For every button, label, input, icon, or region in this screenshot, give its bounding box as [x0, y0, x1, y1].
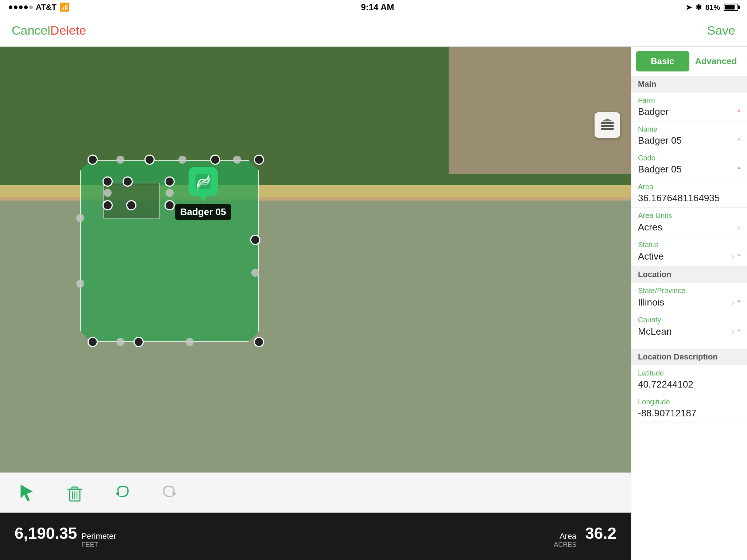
area-units-label: Area Units — [638, 211, 740, 220]
status-value: Active — [638, 251, 664, 262]
edit-handle-mid[interactable] — [178, 156, 186, 164]
field-name-label: Badger 05 — [175, 204, 231, 220]
trash-icon — [65, 483, 84, 502]
name-required: * — [738, 136, 740, 145]
undo-tool[interactable] — [109, 480, 135, 506]
delete-button[interactable]: Delete — [50, 23, 86, 38]
farm-required: * — [738, 108, 740, 116]
layers-button[interactable] — [595, 112, 620, 138]
state-value: Illinois — [638, 297, 664, 308]
redo-icon — [160, 483, 179, 502]
status-label: Status — [638, 241, 740, 249]
field-pin: Badger 05 — [175, 167, 231, 220]
area-units-chevron: › — [737, 221, 740, 233]
section-main: Main — [631, 76, 747, 93]
svg-marker-12 — [116, 491, 119, 497]
code-field-row[interactable]: Code Badger 05 * — [631, 150, 747, 179]
cursor-tool[interactable] — [15, 480, 40, 506]
svg-marker-4 — [601, 118, 613, 121]
edit-handle-inner[interactable] — [102, 176, 113, 187]
edit-handle-mid[interactable] — [186, 338, 194, 346]
county-field-row[interactable]: County McLean › * — [631, 312, 747, 341]
svg-marker-5 — [21, 485, 32, 501]
map-area[interactable]: Badger 05 Badger 07 Legal 6,190.35 Perim… — [0, 47, 631, 560]
wifi-icon: 📶 — [59, 3, 69, 12]
state-label: State/Province — [638, 287, 740, 295]
edit-handle-mid[interactable] — [233, 156, 241, 164]
status-required: * — [738, 252, 740, 261]
area-value: 36.1676481164935 — [638, 192, 740, 204]
edit-handle[interactable] — [254, 337, 264, 347]
county-label: County — [638, 316, 740, 324]
edit-handle-mid[interactable] — [251, 269, 259, 277]
field-icon — [194, 172, 212, 191]
edit-handle-inner[interactable] — [165, 176, 175, 187]
edit-handle[interactable] — [88, 337, 98, 347]
bottom-bar: 6,190.35 Perimeter FEET Area ACRES 36.2 — [0, 513, 631, 560]
area-label: Area — [638, 183, 740, 191]
edit-handle-mid[interactable] — [76, 214, 84, 222]
bluetooth-icon: ✱ — [696, 3, 702, 12]
field-polygon[interactable] — [80, 160, 259, 342]
delete-tool[interactable] — [62, 480, 88, 506]
edit-handle[interactable] — [254, 155, 264, 165]
svg-rect-1 — [601, 122, 614, 124]
save-button[interactable]: Save — [707, 23, 736, 38]
area-unit: ACRES — [554, 541, 576, 549]
redo-tool[interactable] — [157, 480, 182, 506]
tab-basic[interactable]: Basic — [636, 51, 689, 71]
edit-handle[interactable] — [210, 155, 220, 165]
edit-handle-mid[interactable] — [166, 189, 174, 197]
edit-handle-mid[interactable] — [76, 280, 84, 288]
section-location-desc: Location Description — [631, 349, 747, 365]
edit-handle-inner[interactable] — [123, 176, 133, 187]
cancel-button[interactable]: Cancel — [12, 23, 50, 38]
edit-handle[interactable] — [144, 155, 155, 165]
state-chevron: › — [731, 296, 735, 308]
area-label: Area — [560, 532, 576, 541]
area-field-row: Area 36.1676481164935 — [631, 179, 747, 208]
edit-handle-mid[interactable] — [116, 156, 124, 164]
area-stat: Area ACRES 36.2 — [554, 524, 616, 549]
nav-bar: Cancel Delete Save — [0, 15, 747, 47]
perimeter-unit: FEET — [81, 541, 116, 549]
edit-handle-inner[interactable] — [102, 200, 113, 210]
farm-field-row[interactable]: Farm Badger * — [631, 93, 747, 121]
status-bar-right: ➤ ✱ 81% — [686, 3, 738, 12]
svg-rect-2 — [601, 125, 614, 127]
perimeter-label: Perimeter — [81, 532, 116, 541]
state-required: * — [738, 298, 740, 307]
edit-handle-mid[interactable] — [104, 189, 112, 197]
edit-handle[interactable] — [133, 337, 144, 347]
name-label: Name — [638, 125, 740, 133]
edit-handle[interactable] — [250, 235, 260, 245]
county-required: * — [738, 327, 740, 336]
status-field-row[interactable]: Status Active › * — [631, 237, 747, 266]
state-field-row[interactable]: State/Province Illinois › * — [631, 283, 747, 312]
tab-bar: Basic Advanced — [631, 47, 747, 76]
county-value: McLean — [638, 326, 672, 337]
battery-label: 81% — [705, 3, 720, 12]
farm-label: Farm — [638, 96, 740, 105]
latitude-value: 40.72244102 — [638, 379, 740, 390]
right-panel: Basic Advanced Main Farm Badger * Name B… — [631, 47, 747, 560]
svg-rect-3 — [601, 128, 614, 130]
edit-handle-inner[interactable] — [126, 200, 136, 210]
county-chevron: › — [731, 326, 735, 337]
latitude-label: Latitude — [638, 369, 740, 377]
farm-value: Badger — [638, 106, 669, 117]
svg-marker-13 — [173, 491, 176, 497]
undo-icon — [113, 483, 132, 502]
perimeter-value: 6,190.35 — [15, 524, 77, 542]
time-label: 9:14 AM — [361, 2, 394, 12]
edit-handle-inner[interactable] — [165, 200, 175, 210]
status-chevron: › — [731, 250, 735, 262]
edit-handle-mid[interactable] — [116, 338, 124, 346]
code-value: Badger 05 — [638, 164, 682, 175]
name-field-row[interactable]: Name Badger 05 * — [631, 121, 747, 150]
edit-handle[interactable] — [88, 155, 98, 165]
tab-advanced[interactable]: Advanced — [689, 51, 743, 71]
battery-icon — [724, 4, 738, 11]
code-required: * — [738, 165, 740, 174]
area-units-field-row[interactable]: Area Units Acres › — [631, 208, 747, 237]
